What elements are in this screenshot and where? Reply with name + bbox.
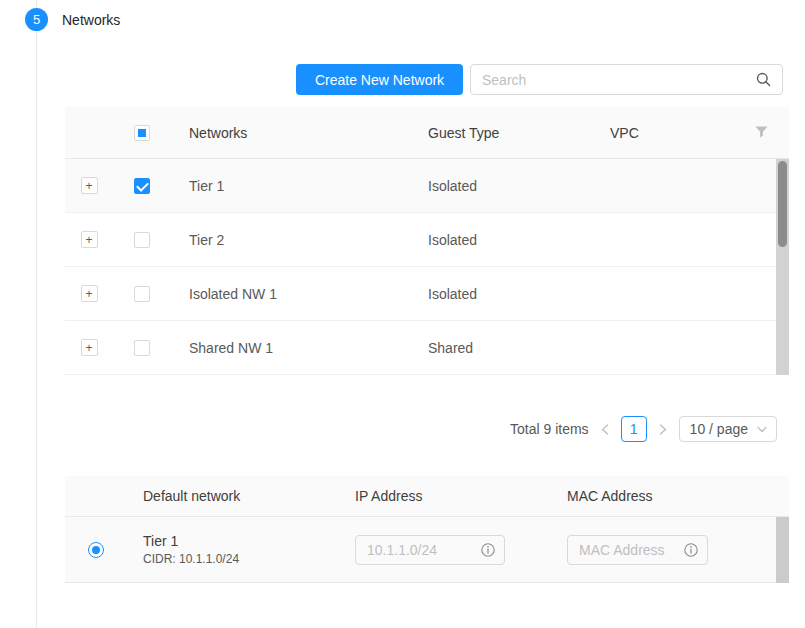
default-network-radio[interactable] [88, 542, 104, 558]
page-size-select[interactable]: 10 / page [679, 416, 777, 442]
networks-step-screen: 5 Networks Create New Network Networks G… [0, 0, 805, 628]
network-name: Tier 1 [171, 178, 411, 194]
expand-row-button[interactable]: + [81, 339, 98, 356]
pagination: Total 9 items 1 10 / page [510, 416, 777, 442]
default-network-column-header: Default network [127, 488, 355, 504]
info-icon [481, 543, 495, 557]
ip-address-input[interactable] [356, 542, 481, 558]
expand-row-button[interactable]: + [81, 231, 98, 248]
filter-icon[interactable] [755, 125, 768, 141]
chevron-down-icon [757, 426, 767, 433]
expand-row-button[interactable]: + [81, 285, 98, 302]
select-all-checkbox[interactable] [134, 125, 150, 141]
networks-table-header: Networks Guest Type VPC [65, 107, 789, 159]
guest-type-value: Isolated [411, 232, 593, 248]
create-new-network-button[interactable]: Create New Network [296, 64, 463, 95]
current-page-button[interactable]: 1 [621, 416, 647, 442]
table-scrollbar[interactable] [776, 517, 789, 583]
row-checkbox[interactable] [134, 232, 150, 248]
search-input[interactable] [471, 72, 756, 88]
networks-table: Networks Guest Type VPC + Tier 1 Isolate… [65, 107, 789, 375]
guest-type-value: Shared [411, 340, 593, 356]
table-row[interactable]: + Shared NW 1 Shared [65, 321, 789, 375]
default-network-cidr: CIDR: 10.1.1.0/24 [143, 552, 355, 566]
step-number-badge: 5 [25, 8, 48, 31]
prev-page-icon[interactable] [598, 424, 612, 435]
guest-type-value: Isolated [411, 286, 593, 302]
network-name: Isolated NW 1 [171, 286, 411, 302]
table-row[interactable]: + Isolated NW 1 Isolated [65, 267, 789, 321]
ip-address-column-header: IP Address [355, 488, 567, 504]
guest-type-value: Isolated [411, 178, 593, 194]
select-all-cell [113, 125, 171, 141]
table-row[interactable]: + Tier 2 Isolated [65, 213, 789, 267]
step-rail-line [36, 0, 37, 628]
default-network-row[interactable]: Tier 1 CIDR: 10.1.1.0/24 [65, 517, 789, 583]
vpc-column-header: VPC [593, 125, 733, 141]
row-checkbox[interactable] [134, 286, 150, 302]
pagination-total: Total 9 items [510, 421, 589, 437]
scrollbar-thumb[interactable] [778, 161, 787, 247]
info-icon [684, 543, 698, 557]
search-icon[interactable] [756, 72, 771, 87]
table-row[interactable]: + Tier 1 Isolated [65, 159, 789, 213]
page-size-value: 10 / page [690, 421, 748, 437]
expand-row-button[interactable]: + [81, 177, 98, 194]
step-number: 5 [33, 12, 40, 27]
row-checkbox[interactable] [134, 178, 150, 194]
next-page-icon[interactable] [656, 424, 670, 435]
filter-cell [733, 125, 789, 141]
search-box[interactable] [470, 64, 783, 95]
network-name: Tier 2 [171, 232, 411, 248]
step-title: Networks [62, 12, 120, 28]
mac-address-input[interactable] [568, 542, 684, 558]
mac-address-field[interactable] [567, 535, 708, 565]
table-scrollbar[interactable] [776, 159, 789, 375]
guest-type-column-header: Guest Type [411, 125, 593, 141]
default-network-name: Tier 1 [143, 533, 355, 549]
networks-table-body: + Tier 1 Isolated + Tier 2 Isolated + Is… [65, 159, 789, 375]
row-checkbox[interactable] [134, 340, 150, 356]
default-network-table: Default network IP Address MAC Address T… [65, 476, 789, 583]
ip-address-field[interactable] [355, 535, 505, 565]
networks-column-header: Networks [171, 125, 411, 141]
default-network-table-header: Default network IP Address MAC Address [65, 476, 789, 517]
network-name: Shared NW 1 [171, 340, 411, 356]
mac-address-column-header: MAC Address [567, 488, 789, 504]
